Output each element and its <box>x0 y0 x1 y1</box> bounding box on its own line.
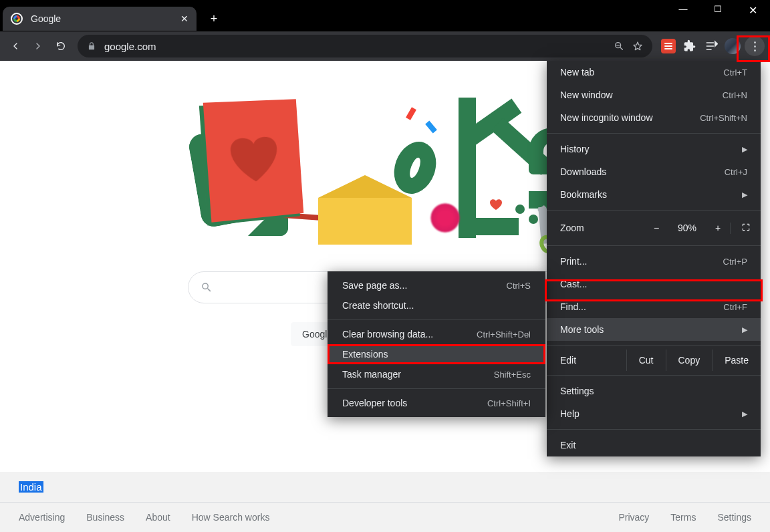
footer-country: India <box>0 472 770 503</box>
footer-privacy[interactable]: Privacy <box>618 512 649 523</box>
submenu-clear-data[interactable]: Clear browsing data...Ctrl+Shift+Del <box>328 324 545 344</box>
tab-close-button[interactable]: ✕ <box>180 13 188 24</box>
footer-about[interactable]: About <box>146 512 170 523</box>
new-tab-button[interactable]: + <box>205 9 223 28</box>
address-bar[interactable]: google.com <box>78 35 652 57</box>
fullscreen-button[interactable] <box>730 223 761 234</box>
submenu-task-manager[interactable]: Task managerShift+Esc <box>328 364 545 384</box>
submenu-save-page[interactable]: Save page as...Ctrl+S <box>328 275 545 295</box>
close-button[interactable]: ✕ <box>743 4 762 17</box>
toolbar: google.com <box>0 31 770 61</box>
maximize-button[interactable]: ☐ <box>709 4 727 17</box>
google-favicon <box>11 13 23 25</box>
tab-title: Google <box>31 13 180 24</box>
menu-zoom: Zoom − 90% + <box>547 215 761 241</box>
menu-print[interactable]: Print...Ctrl+P <box>547 250 761 273</box>
chrome-main-menu: New tabCtrl+T New windowCtrl+N New incog… <box>547 61 761 456</box>
menu-history[interactable]: History▶ <box>547 138 761 160</box>
menu-new-window[interactable]: New windowCtrl+N <box>547 84 761 106</box>
minimize-button[interactable]: — <box>674 4 692 17</box>
footer-how-search-works[interactable]: How Search works <box>192 512 270 523</box>
menu-cut[interactable]: Cut <box>626 350 666 371</box>
menu-new-tab[interactable]: New tabCtrl+T <box>547 61 761 84</box>
zoom-plus[interactable]: + <box>706 219 730 237</box>
zoom-out-icon[interactable] <box>614 41 624 51</box>
submenu-extensions[interactable]: Extensions <box>328 344 545 364</box>
menu-more-tools[interactable]: More tools▶ <box>547 318 761 341</box>
forward-button <box>28 36 48 56</box>
reload-button[interactable] <box>51 36 71 56</box>
lock-icon <box>87 41 96 51</box>
extensions-puzzle-icon[interactable] <box>680 37 699 55</box>
menu-find[interactable]: Find...Ctrl+F <box>547 295 761 318</box>
menu-bookmarks[interactable]: Bookmarks▶ <box>547 183 761 206</box>
zoom-minus[interactable]: − <box>644 219 668 237</box>
url-text: google.com <box>104 41 156 52</box>
bookmark-star-icon[interactable] <box>632 41 643 51</box>
menu-exit[interactable]: Exit <box>547 434 761 456</box>
menu-copy[interactable]: Copy <box>666 350 713 371</box>
menu-edit-row: Edit Cut Copy Paste <box>547 350 761 371</box>
submenu-dev-tools[interactable]: Developer toolsCtrl+Shift+I <box>328 393 545 413</box>
chrome-menu-button[interactable] <box>745 36 765 56</box>
footer-settings[interactable]: Settings <box>717 512 751 523</box>
menu-incognito[interactable]: New incognito windowCtrl+Shift+N <box>547 106 761 129</box>
search-icon <box>201 281 213 293</box>
menu-settings[interactable]: Settings <box>547 380 761 402</box>
footer-terms[interactable]: Terms <box>670 512 696 523</box>
zoom-value: 90% <box>668 223 706 233</box>
back-button[interactable] <box>5 36 25 56</box>
more-tools-submenu: Save page as...Ctrl+S Create shortcut...… <box>328 271 545 417</box>
menu-help[interactable]: Help▶ <box>547 402 761 425</box>
profile-avatar[interactable] <box>723 37 742 55</box>
browser-tab[interactable]: Google ✕ <box>3 7 197 31</box>
media-control-icon[interactable] <box>702 37 721 55</box>
menu-cast[interactable]: Cast... <box>547 273 761 295</box>
menu-paste[interactable]: Paste <box>712 350 761 371</box>
menu-downloads[interactable]: DownloadsCtrl+J <box>547 160 761 183</box>
google-doodle[interactable] <box>208 101 562 251</box>
submenu-create-shortcut[interactable]: Create shortcut... <box>328 295 545 315</box>
footer-business[interactable]: Business <box>86 512 124 523</box>
todoist-extension-icon[interactable] <box>659 37 678 55</box>
footer-advertising[interactable]: Advertising <box>19 512 65 523</box>
